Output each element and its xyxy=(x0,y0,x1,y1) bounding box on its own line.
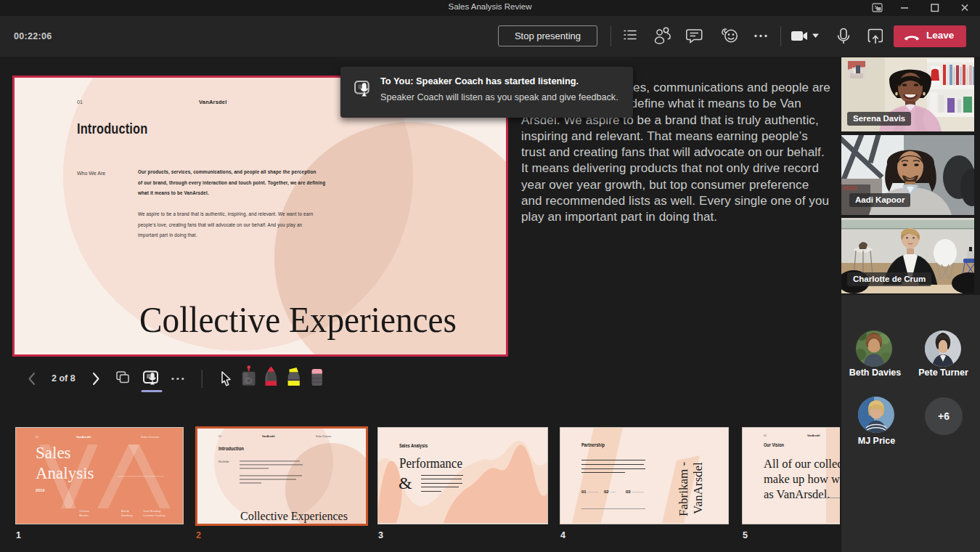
svg-text:Steinberg: Steinberg xyxy=(121,514,132,517)
svg-text:All of our collective: All of our collective xyxy=(764,457,840,471)
svg-text:02: 02 xyxy=(604,490,609,494)
svg-text:Sales Division: Sales Division xyxy=(316,435,331,438)
svg-text:make up how we co: make up how we co xyxy=(764,472,840,486)
svg-text:VanArsdel: VanArsdel xyxy=(76,435,91,439)
svg-text:Sales: Sales xyxy=(36,444,71,462)
svg-text:VanArsdel: VanArsdel xyxy=(691,462,705,514)
svg-text:Team Branding: Team Branding xyxy=(143,510,160,513)
svg-text:Customer Tracking: Customer Tracking xyxy=(143,514,165,517)
svg-text:VanArsdel: VanArsdel xyxy=(807,434,820,437)
svg-text:as VanArsdel.: as VanArsdel. xyxy=(764,487,830,501)
svg-text:01: 01 xyxy=(36,435,39,439)
svg-text:Who We Are: Who We Are xyxy=(219,460,229,463)
svg-text:Collective Experiences: Collective Experiences xyxy=(240,510,348,523)
svg-text:03: 03 xyxy=(626,490,631,494)
svg-text:Performance: Performance xyxy=(399,456,462,471)
svg-text:Analysis: Analysis xyxy=(36,464,94,482)
svg-text:Christina: Christina xyxy=(79,510,89,513)
svg-text:01: 01 xyxy=(764,434,767,437)
svg-text:Sales Division: Sales Division xyxy=(141,435,159,439)
svg-text:Sales Analysis: Sales Analysis xyxy=(399,442,428,449)
svg-text:&: & xyxy=(399,474,412,492)
svg-text:+6: +6 xyxy=(938,410,950,422)
svg-text:01: 01 xyxy=(219,435,221,438)
svg-text:01: 01 xyxy=(581,490,587,494)
svg-text:Partnership: Partnership xyxy=(581,442,605,448)
svg-text:VanArsdel: VanArsdel xyxy=(262,435,275,438)
svg-text:Our Vision: Our Vision xyxy=(764,442,784,448)
svg-text:Alan A.: Alan A. xyxy=(121,510,129,513)
svg-text:Fabrikam -: Fabrikam - xyxy=(677,462,690,516)
svg-text:2019: 2019 xyxy=(36,488,44,492)
svg-text:Morales: Morales xyxy=(79,514,89,517)
svg-text:Introduction: Introduction xyxy=(219,445,244,452)
